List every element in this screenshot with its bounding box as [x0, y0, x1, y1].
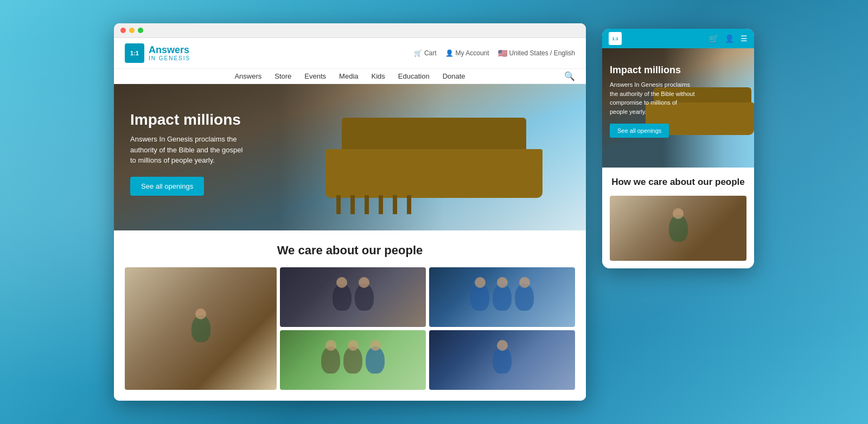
nav-media[interactable]: Media	[339, 72, 358, 80]
header-right: 🛒 Cart 👤 My Account 🇺🇸 United States / E…	[414, 49, 575, 57]
browser-close-dot	[120, 28, 126, 33]
ark-body	[326, 149, 542, 198]
hero-title: Impact millions	[130, 111, 250, 129]
desktop-mockup: 1:1 Answers IN GENESIS 🛒 Cart 👤 My Accou…	[114, 23, 586, 401]
mobile-logo: 1:1	[609, 32, 622, 45]
hero-description: Answers In Genesis proclaims the authori…	[130, 134, 250, 166]
region-link[interactable]: 🇺🇸 United States / English	[498, 49, 575, 57]
photo-people	[125, 267, 277, 390]
section-title: We care about our people	[125, 243, 575, 258]
nav-store[interactable]: Store	[275, 72, 291, 80]
logo-icon: 1:1	[125, 43, 144, 63]
browser-maximize-dot	[138, 28, 143, 33]
stage: 1:1 Answers IN GENESIS 🛒 Cart 👤 My Accou…	[103, 12, 765, 412]
person-silhouette	[366, 346, 385, 374]
ark-illustration	[326, 95, 553, 214]
person-silhouette	[333, 284, 352, 311]
photo-animal-handler	[125, 267, 277, 390]
logo[interactable]: 1:1 Answers IN GENESIS	[125, 43, 190, 63]
person-silhouette	[669, 215, 688, 242]
browser-minimize-dot	[129, 28, 135, 33]
mobile-mockup: 1:1 🛒 👤 ☰ Impact millions Answers In Gen…	[602, 29, 754, 268]
ark-posts	[336, 195, 411, 214]
hero-content: Impact millions Answers In Genesis procl…	[130, 111, 250, 196]
site-header: 1:1 Answers IN GENESIS 🛒 Cart 👤 My Accou…	[114, 38, 586, 69]
mobile-header-icons: 🛒 👤 ☰	[709, 34, 748, 43]
nav-events[interactable]: Events	[304, 72, 326, 80]
person-silhouette	[343, 346, 362, 374]
cart-link[interactable]: 🛒 Cart	[414, 49, 437, 57]
mobile-account-icon[interactable]: 👤	[725, 34, 734, 43]
person-silhouette	[355, 284, 374, 311]
person-silhouette	[493, 284, 512, 311]
nav-donate[interactable]: Donate	[443, 72, 465, 80]
ark-post	[407, 195, 411, 214]
photo-people	[610, 196, 746, 261]
photo-people	[280, 267, 426, 327]
person-silhouette	[470, 284, 489, 311]
mobile-cart-icon[interactable]: 🛒	[709, 34, 718, 43]
nav-education[interactable]: Education	[398, 72, 430, 80]
photo-grid	[125, 267, 575, 390]
mobile-menu-icon[interactable]: ☰	[741, 34, 748, 43]
ark-post	[393, 195, 397, 214]
ark-post	[365, 195, 369, 214]
person-silhouette	[321, 346, 340, 374]
mobile-hero-description: Answers In Genesis proclaims the authori…	[610, 80, 697, 116]
search-button[interactable]: 🔍	[564, 71, 575, 81]
content-section: We care about our people	[114, 230, 586, 401]
photo-outdoor-women	[280, 330, 426, 390]
photo-people	[280, 330, 426, 390]
mobile-hero-content: Impact millions Answers In Genesis procl…	[610, 65, 697, 138]
flag-icon: 🇺🇸	[498, 49, 507, 57]
person-silhouette	[515, 284, 534, 311]
hero-section: Impact millions Answers In Genesis procl…	[114, 84, 586, 230]
account-link[interactable]: 👤 My Account	[445, 49, 489, 57]
photo-people	[429, 330, 575, 390]
person-silhouette	[493, 346, 512, 374]
ark-post	[379, 195, 383, 214]
hero-cta-button[interactable]: See all openings	[130, 177, 204, 196]
nav-kids[interactable]: Kids	[372, 72, 385, 80]
mobile-photo-animal-handler	[610, 196, 746, 261]
photo-restaurant-staff	[429, 330, 575, 390]
photo-two-women	[280, 267, 426, 327]
browser-chrome	[114, 23, 586, 38]
main-nav: Answers Store Events Media Kids Educatio…	[114, 69, 586, 84]
photo-three-staff	[429, 267, 575, 327]
logo-text: Answers IN GENESIS	[149, 45, 190, 62]
ark-post	[350, 195, 355, 214]
mobile-hero-title: Impact millions	[610, 65, 697, 76]
nav-answers[interactable]: Answers	[234, 72, 261, 80]
photo-people	[429, 267, 575, 327]
ark-post	[336, 195, 341, 214]
mobile-hero-cta-button[interactable]: See all openings	[610, 124, 669, 138]
mobile-hero: Impact millions Answers In Genesis procl…	[602, 48, 754, 168]
mobile-status-bar: 1:1 🛒 👤 ☰	[602, 29, 754, 48]
mobile-section-title: How we care about our people	[610, 176, 746, 188]
person-silhouette	[192, 315, 210, 342]
ark-roof	[342, 118, 526, 150]
mobile-content-section: How we care about our people	[602, 168, 754, 268]
